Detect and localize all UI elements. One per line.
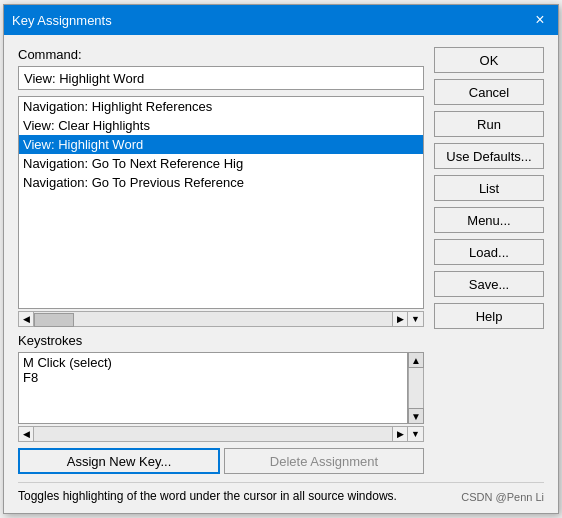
hscroll-left-arrow[interactable]: ◀ <box>18 311 34 327</box>
close-button[interactable]: × <box>530 10 550 30</box>
status-description: Toggles highlighting of the word under t… <box>18 489 397 503</box>
list-button[interactable]: List <box>434 175 544 201</box>
assign-delete-row: Assign New Key... Delete Assignment <box>18 448 424 474</box>
key-assignments-dialog: Key Assignments × Command: Navigation: H… <box>3 4 559 514</box>
list-item[interactable]: Navigation: Highlight References <box>19 97 423 116</box>
menu-button[interactable]: Menu... <box>434 207 544 233</box>
keystrokes-hscrollbar[interactable]: ◀ ▶ ▼ <box>18 426 424 442</box>
status-credit: CSDN @Penn Li <box>461 491 544 503</box>
keystroke-item[interactable]: F8 <box>23 370 403 385</box>
list-item[interactable]: View: Highlight Word <box>19 135 423 154</box>
hscroll-track[interactable] <box>34 311 392 327</box>
keystrokes-list[interactable]: M Click (select) F8 <box>18 352 408 424</box>
command-label: Command: <box>18 47 424 62</box>
vscroll-down-list[interactable]: ▼ <box>408 311 424 327</box>
keystrokes-label: Keystrokes <box>18 333 424 348</box>
keystroke-item[interactable]: M Click (select) <box>23 355 403 370</box>
keystrokes-area: Keystrokes M Click (select) F8 ▲ ▼ <box>18 333 424 442</box>
assign-new-key-button[interactable]: Assign New Key... <box>18 448 220 474</box>
use-defaults-button[interactable]: Use Defaults... <box>434 143 544 169</box>
ok-button[interactable]: OK <box>434 47 544 73</box>
vscroll-up-arrow[interactable]: ▲ <box>408 352 424 368</box>
command-list-hscrollbar[interactable]: ◀ ▶ ▼ <box>18 311 424 327</box>
title-bar: Key Assignments × <box>4 5 558 35</box>
load-button[interactable]: Load... <box>434 239 544 265</box>
ks-vscroll-down[interactable]: ▼ <box>408 426 424 442</box>
list-item[interactable]: Navigation: Go To Next Reference Hig <box>19 154 423 173</box>
right-button-panel: OK Cancel Run Use Defaults... List Menu.… <box>434 47 544 474</box>
command-area: Command: <box>18 47 424 90</box>
hscroll-right-arrow[interactable]: ▶ <box>392 311 408 327</box>
keystrokes-vscrollbar[interactable]: ▲ ▼ <box>408 352 424 424</box>
cancel-button[interactable]: Cancel <box>434 79 544 105</box>
list-item[interactable]: View: Clear Highlights <box>19 116 423 135</box>
ks-hscroll-left[interactable]: ◀ <box>18 426 34 442</box>
ks-hscroll-track[interactable] <box>34 426 392 442</box>
dialog-body: Command: Navigation: Highlight Reference… <box>4 35 558 513</box>
help-button[interactable]: Help <box>434 303 544 329</box>
command-list[interactable]: Navigation: Highlight References View: C… <box>18 96 424 309</box>
run-button[interactable]: Run <box>434 111 544 137</box>
delete-assignment-button[interactable]: Delete Assignment <box>224 448 424 474</box>
dialog-title: Key Assignments <box>12 13 112 28</box>
save-button[interactable]: Save... <box>434 271 544 297</box>
ks-hscroll-right[interactable]: ▶ <box>392 426 408 442</box>
command-list-inner: Navigation: Highlight References View: C… <box>19 97 423 308</box>
vscroll-track[interactable] <box>408 368 424 408</box>
list-item[interactable]: Navigation: Go To Previous Reference <box>19 173 423 192</box>
command-input[interactable] <box>18 66 424 90</box>
vscroll-down-arrow[interactable]: ▼ <box>408 408 424 424</box>
status-bar: Toggles highlighting of the word under t… <box>18 482 544 503</box>
